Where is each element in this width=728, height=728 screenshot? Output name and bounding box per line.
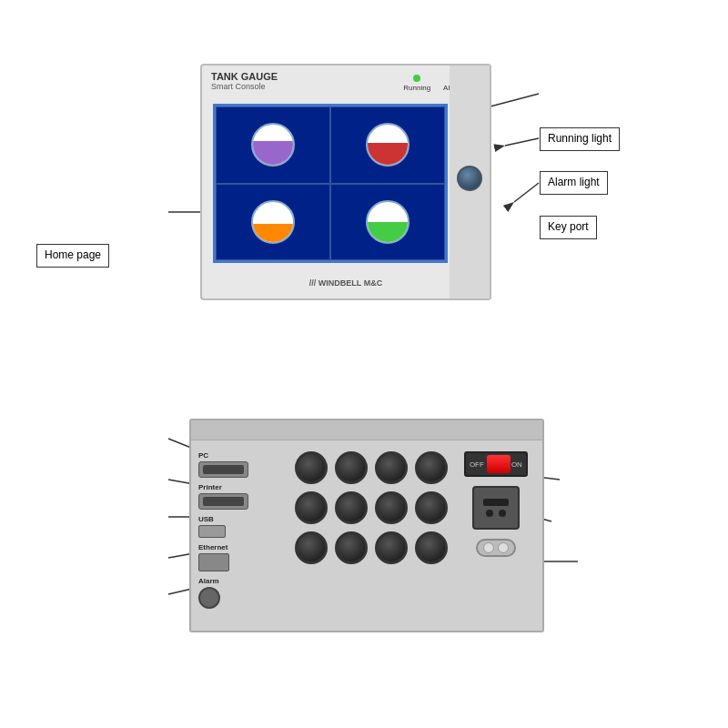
tank-3 [251, 200, 295, 244]
round-port-11[interactable] [375, 531, 408, 564]
round-port-6[interactable] [335, 491, 368, 524]
screen-cell-2 [330, 106, 445, 184]
round-port-7[interactable] [375, 491, 408, 524]
socket-bottom-holes [486, 510, 506, 517]
running-label: Running [403, 84, 430, 92]
round-port-9[interactable] [295, 531, 328, 564]
round-port-8[interactable] [415, 491, 448, 524]
round-port-4[interactable] [415, 451, 448, 484]
side-panel [450, 66, 490, 298]
switch-off-label: OFF [470, 460, 484, 469]
switch-on-label: ON [511, 460, 522, 469]
round-port-1[interactable] [295, 451, 328, 484]
ethernet-port-connector[interactable] [198, 553, 229, 571]
fuse-dot-left [483, 542, 494, 553]
key-port-label: Key port [540, 216, 597, 239]
alarm-connector-group: Alarm [198, 577, 286, 609]
printer-port-connector[interactable] [198, 493, 248, 510]
panel-content: PC Printer USB Ethernet [191, 440, 542, 631]
fuse-dot-right [498, 542, 509, 553]
alarm-conn-label: Alarm [198, 577, 286, 585]
alarm-port-connector[interactable] [198, 587, 220, 609]
round-port-2[interactable] [335, 451, 368, 484]
alarm-light-label: Alarm light [540, 171, 608, 195]
screen-grid [216, 106, 445, 260]
pc-label: PC [198, 451, 286, 460]
tank-4 [366, 200, 410, 244]
round-ports-grid [291, 448, 451, 568]
panel-top-strip [191, 420, 542, 440]
round-port-12[interactable] [415, 531, 448, 564]
round-port-3[interactable] [375, 451, 408, 484]
brand-text: /// WINDBELL M&C [309, 278, 382, 288]
ethernet-label: Ethernet [198, 543, 286, 551]
power-switch-widget[interactable]: OFF ON [464, 451, 528, 477]
running-indicator: Running [403, 75, 430, 92]
running-light-label: Running light [540, 127, 620, 151]
ethernet-connector-group: Ethernet [198, 543, 286, 571]
printer-connector-group: Printer [198, 483, 286, 510]
connectors-column: PC Printer USB Ethernet [198, 448, 286, 609]
screen-cell-3 [216, 184, 330, 261]
power-column: OFF ON [457, 448, 535, 557]
tank-1 [251, 123, 295, 167]
pc-port-connector[interactable] [198, 461, 248, 478]
running-light-dot [413, 75, 420, 82]
bottom-section: PC Printer USB Ethernet [0, 400, 728, 692]
socket-top-hole [483, 499, 509, 506]
screen-cell-4 [330, 184, 445, 261]
screen-cell-1 [216, 106, 330, 184]
console-screen [213, 104, 448, 263]
pc-connector-group: PC [198, 451, 286, 478]
usb-label: USB [198, 515, 286, 523]
top-section: TANK GAUGE Smart Console Running Alarm [0, 46, 728, 373]
round-port-10[interactable] [335, 531, 368, 564]
round-port-5[interactable] [295, 491, 328, 524]
tank-2 [366, 123, 410, 167]
key-port-button[interactable] [457, 166, 482, 191]
fuse-widget[interactable] [476, 539, 516, 557]
console-device: TANK GAUGE Smart Console Running Alarm [200, 64, 491, 300]
back-panel: PC Printer USB Ethernet [189, 419, 544, 632]
usb-port-connector[interactable] [198, 525, 226, 538]
socket-left-hole [486, 510, 493, 517]
switch-rocker[interactable] [487, 455, 511, 473]
home-page-label: Home page [36, 244, 109, 268]
printer-label: Printer [198, 483, 286, 491]
socket-right-hole [499, 510, 506, 517]
usb-connector-group: USB [198, 515, 286, 538]
power-socket-widget [472, 486, 520, 530]
